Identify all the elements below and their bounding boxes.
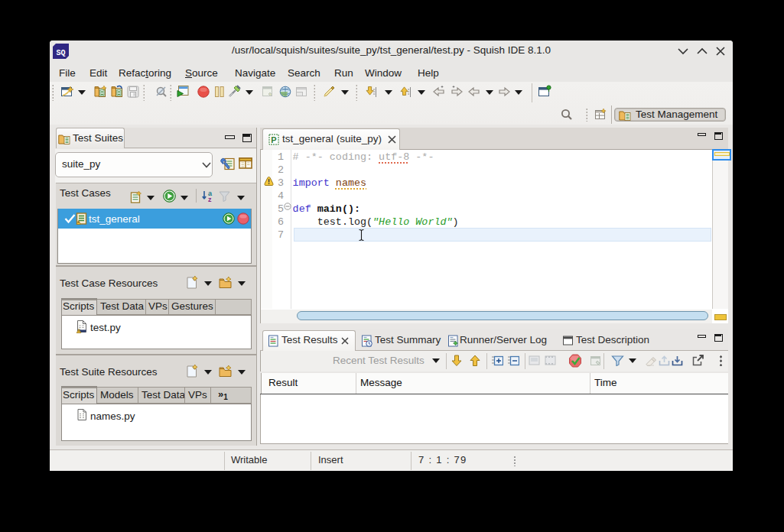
svg-text:P: P: [271, 135, 276, 144]
svg-text:z: z: [208, 196, 212, 203]
